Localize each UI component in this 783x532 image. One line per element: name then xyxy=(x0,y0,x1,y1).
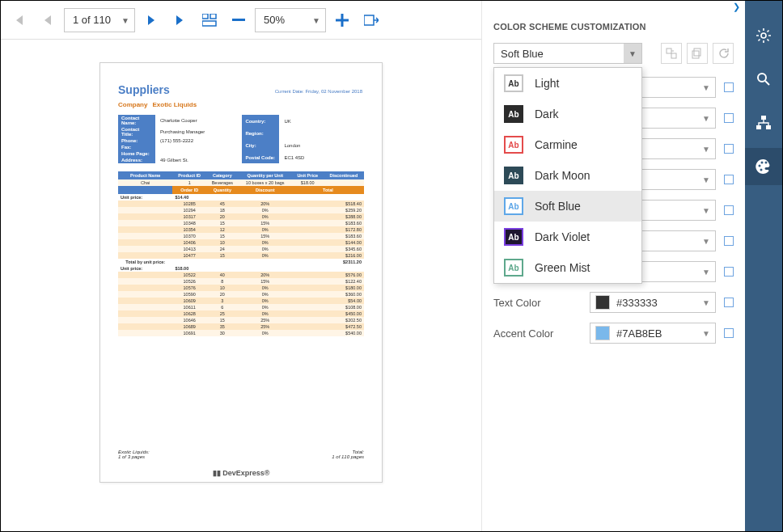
chevron-down-icon: ▼ xyxy=(702,268,710,277)
svg-point-11 xyxy=(761,33,766,38)
chevron-down-icon: ▼ xyxy=(702,206,710,215)
scheme-option[interactable]: AbGreen Mist xyxy=(494,252,641,283)
reset-color-checkbox[interactable] xyxy=(724,144,734,154)
scheme-swatch-icon: Ab xyxy=(504,197,523,215)
chevron-down-icon: ▼ xyxy=(702,145,710,154)
svg-rect-8 xyxy=(671,53,676,58)
chevron-down-icon: ▼ xyxy=(312,15,320,24)
reset-color-checkbox[interactable] xyxy=(724,205,734,215)
scheme-swatch-icon: Ab xyxy=(504,136,523,154)
reset-color-checkbox[interactable] xyxy=(724,267,734,277)
chevron-down-icon: ▼ xyxy=(121,15,129,24)
svg-rect-3 xyxy=(232,19,245,21)
reset-color-checkbox[interactable] xyxy=(724,328,734,338)
scheme-selector[interactable]: Soft Blue ▼ xyxy=(493,43,642,64)
tab-color-scheme[interactable] xyxy=(745,148,782,185)
page-display: 1 of 110 xyxy=(73,14,111,26)
zoom-display: 50% xyxy=(264,14,285,26)
scheme-swatch-icon: Ab xyxy=(504,74,523,92)
scheme-swatch-icon: Ab xyxy=(504,105,523,123)
scheme-dropdown: AbLightAbDarkAbCarmineAbDark MoonAbSoft … xyxy=(493,67,642,284)
meta-left: Contact Name:Charlotte CooperContact Tit… xyxy=(118,115,210,163)
color-label: Text Color xyxy=(493,297,582,309)
svg-rect-15 xyxy=(766,125,771,129)
reset-scheme-button[interactable] xyxy=(713,43,734,64)
svg-rect-2 xyxy=(202,21,216,26)
chevron-down-icon: ▼ xyxy=(702,114,710,123)
tab-strip xyxy=(745,1,782,531)
last-page-button[interactable] xyxy=(167,7,193,33)
document-page: Suppliers Current Date: Friday, 02 Novem… xyxy=(99,62,383,483)
side-panel: ❯ COLOR SCHEME CUSTOMIZATION Soft Blue ▼… xyxy=(481,1,745,531)
brand-footer: ▮▮ DevExpress® xyxy=(100,469,382,477)
reset-color-checkbox[interactable] xyxy=(724,175,734,184)
document-viewport[interactable]: Suppliers Current Date: Friday, 02 Novem… xyxy=(1,40,481,531)
panel-title: COLOR SCHEME CUSTOMIZATION xyxy=(482,12,745,43)
multipage-button[interactable] xyxy=(197,7,222,33)
toolbar: 1 of 110▼ 50%▼ xyxy=(1,1,481,40)
data-grid: Product NameProduct IDCategoryQuantity p… xyxy=(118,171,364,336)
svg-point-19 xyxy=(760,169,763,171)
svg-point-17 xyxy=(761,162,764,164)
tab-settings[interactable] xyxy=(745,17,782,54)
reset-color-checkbox[interactable] xyxy=(724,82,734,92)
svg-point-12 xyxy=(758,74,766,82)
zoom-out-button[interactable] xyxy=(226,7,252,33)
svg-rect-5 xyxy=(336,19,349,21)
reset-color-checkbox[interactable] xyxy=(724,298,734,307)
color-row: Accent Color#7AB8EB▼ xyxy=(493,323,734,344)
svg-rect-1 xyxy=(210,14,216,19)
collapse-panel-button[interactable]: ❯ xyxy=(482,1,745,12)
chevron-down-icon: ▼ xyxy=(702,175,710,184)
chevron-down-icon: ▼ xyxy=(702,83,710,92)
company-value: Exotic Liquids xyxy=(152,101,197,108)
chevron-down-icon: ▼ xyxy=(702,237,710,246)
svg-rect-13 xyxy=(761,116,766,120)
scheme-option[interactable]: AbDark Violet xyxy=(494,222,641,252)
svg-rect-14 xyxy=(756,125,761,129)
color-input[interactable]: #7AB8EB▼ xyxy=(590,323,716,344)
scheme-selected-label: Soft Blue xyxy=(501,48,544,60)
zoom-selector[interactable]: 50%▼ xyxy=(255,8,326,32)
color-row: Text Color#333333▼ xyxy=(493,292,734,313)
svg-rect-6 xyxy=(364,15,374,25)
zoom-in-button[interactable] xyxy=(329,7,355,33)
meta-right: Country:UKRegion:City:LondonPostal Code:… xyxy=(242,115,309,163)
svg-rect-10 xyxy=(692,51,699,58)
scheme-option[interactable]: AbDark Moon xyxy=(494,160,641,191)
tab-search[interactable] xyxy=(745,61,782,98)
copy-scheme-button[interactable] xyxy=(687,43,708,64)
next-page-button[interactable] xyxy=(138,7,164,33)
first-page-button[interactable] xyxy=(6,7,32,33)
svg-rect-9 xyxy=(694,49,700,56)
page-selector[interactable]: 1 of 110▼ xyxy=(64,8,135,32)
scheme-option[interactable]: AbLight xyxy=(494,68,641,99)
scheme-option[interactable]: AbDark xyxy=(494,99,641,129)
chevron-down-icon: ▼ xyxy=(702,329,710,338)
svg-point-18 xyxy=(765,162,768,164)
prev-page-button[interactable] xyxy=(35,7,61,33)
company-label: Company xyxy=(118,101,147,108)
tab-structure[interactable] xyxy=(745,104,782,141)
highlight-fields-button[interactable] xyxy=(358,7,384,33)
chevron-down-icon: ▼ xyxy=(624,44,641,63)
svg-rect-7 xyxy=(667,49,671,53)
color-label: Accent Color xyxy=(493,327,582,340)
doc-date: Current Date: Friday, 02 November 2018 xyxy=(275,89,362,94)
scheme-swatch-icon: Ab xyxy=(504,228,523,246)
scheme-option[interactable]: AbSoft Blue xyxy=(494,191,641,222)
svg-rect-0 xyxy=(202,14,208,19)
svg-point-16 xyxy=(759,165,761,167)
scheme-swatch-icon: Ab xyxy=(504,167,523,184)
reset-color-checkbox[interactable] xyxy=(724,113,734,123)
save-scheme-button[interactable] xyxy=(661,43,682,64)
scheme-swatch-icon: Ab xyxy=(504,259,523,277)
scheme-option[interactable]: AbCarmine xyxy=(494,129,641,160)
chevron-down-icon: ▼ xyxy=(702,298,710,307)
reset-color-checkbox[interactable] xyxy=(724,236,734,246)
color-input[interactable]: #333333▼ xyxy=(590,292,716,313)
